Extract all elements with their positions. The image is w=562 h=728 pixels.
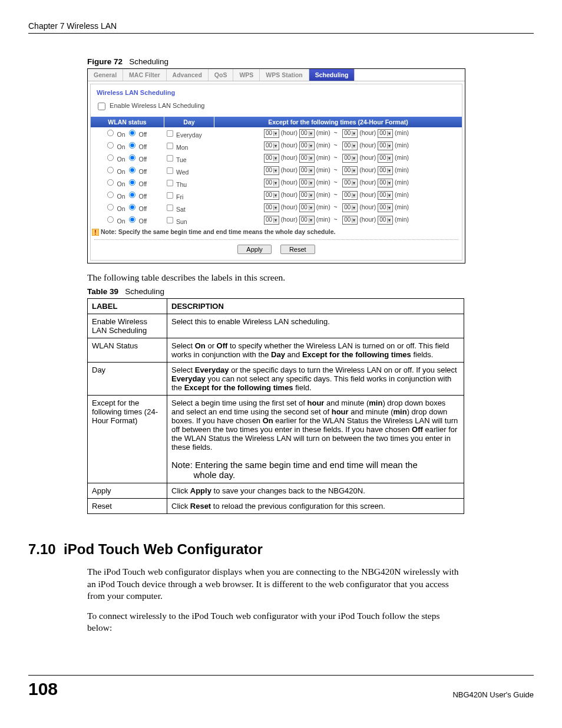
time-select[interactable]: 00 bbox=[378, 216, 393, 225]
day-checkbox[interactable] bbox=[167, 155, 173, 162]
time-select[interactable]: 00 bbox=[299, 203, 315, 212]
time-select[interactable]: 00 bbox=[264, 191, 279, 200]
day-checkbox[interactable] bbox=[167, 143, 173, 149]
tab-general[interactable]: General bbox=[88, 69, 123, 81]
description-table: LABEL DESCRIPTION Enable Wireless LAN Sc… bbox=[87, 298, 464, 514]
day-label: Mon bbox=[176, 144, 188, 151]
time-select[interactable]: 00 bbox=[264, 154, 279, 163]
time-select[interactable]: 00 bbox=[342, 216, 358, 225]
section-title: iPod Touch Web Configurator bbox=[64, 541, 263, 557]
time-select[interactable]: 00 bbox=[299, 191, 315, 200]
wlan-off-radio[interactable] bbox=[129, 216, 135, 223]
day-checkbox[interactable] bbox=[167, 192, 173, 199]
wlan-on-radio[interactable] bbox=[107, 154, 114, 161]
col-label: LABEL bbox=[88, 299, 167, 314]
time-select[interactable]: 00 bbox=[378, 179, 393, 187]
schedule-row: On OffFri00 (hour) 00 (min) ~ 00 (hour) … bbox=[91, 189, 462, 202]
time-select[interactable]: 00 bbox=[342, 191, 358, 200]
time-select[interactable]: 00 bbox=[342, 203, 358, 212]
time-select[interactable]: 00 bbox=[299, 129, 315, 138]
scheduling-screenshot: GeneralMAC FilterAdvancedQoSWPSWPS Stati… bbox=[87, 68, 465, 263]
time-select[interactable]: 00 bbox=[299, 154, 315, 163]
table-intro-text: The following table describes the labels… bbox=[87, 272, 464, 284]
day-checkbox[interactable] bbox=[167, 217, 173, 223]
time-select[interactable]: 00 bbox=[264, 203, 279, 212]
time-select[interactable]: 00 bbox=[378, 129, 393, 138]
time-select[interactable]: 00 bbox=[342, 179, 358, 187]
table-row: WLAN StatusSelect On or Off to specify w… bbox=[88, 338, 464, 363]
time-select[interactable]: 00 bbox=[342, 129, 358, 138]
col-description: DESCRIPTION bbox=[167, 299, 464, 314]
figure-caption: Figure 72 Scheduling bbox=[87, 57, 534, 66]
cell-description: Select On or Off to specify whether the … bbox=[167, 338, 464, 363]
reset-button[interactable]: Reset bbox=[280, 245, 315, 254]
time-select[interactable]: 00 bbox=[299, 141, 315, 150]
wlan-off-radio[interactable] bbox=[129, 204, 135, 210]
schedule-row: On OffSat00 (hour) 00 (min) ~ 00 (hour) … bbox=[91, 202, 462, 214]
cell-label: Enable Wireless LAN Scheduling bbox=[88, 314, 167, 338]
wlan-on-radio[interactable] bbox=[107, 192, 114, 198]
tab-advanced[interactable]: Advanced bbox=[167, 69, 209, 81]
time-select[interactable]: 00 bbox=[299, 166, 315, 175]
tab-scheduling[interactable]: Scheduling bbox=[309, 69, 355, 81]
guide-name: NBG420N User's Guide bbox=[452, 690, 534, 699]
table-row: DaySelect Everyday or the specific days … bbox=[88, 363, 464, 396]
day-label: Sun bbox=[176, 218, 187, 225]
wlan-off-radio[interactable] bbox=[129, 142, 135, 149]
cell-label: Apply bbox=[88, 483, 167, 499]
time-select[interactable]: 00 bbox=[299, 179, 315, 187]
time-select[interactable]: 00 bbox=[378, 166, 393, 175]
wlan-off-radio[interactable] bbox=[129, 167, 135, 173]
tab-mac-filter[interactable]: MAC Filter bbox=[123, 69, 167, 81]
schedule-row: On OffMon00 (hour) 00 (min) ~ 00 (hour) … bbox=[91, 140, 462, 152]
day-checkbox[interactable] bbox=[167, 167, 173, 174]
time-select[interactable]: 00 bbox=[264, 141, 279, 150]
time-select[interactable]: 00 bbox=[342, 141, 358, 150]
day-checkbox[interactable] bbox=[167, 205, 173, 211]
tab-wps-station[interactable]: WPS Station bbox=[260, 69, 309, 81]
day-label: Sat bbox=[176, 206, 186, 213]
time-select[interactable]: 00 bbox=[264, 129, 279, 138]
figure-prefix: Figure 72 bbox=[87, 57, 123, 66]
time-select[interactable]: 00 bbox=[264, 166, 279, 175]
table-row: Except for the following times (24-Hour … bbox=[88, 396, 464, 483]
wlan-on-radio[interactable] bbox=[107, 204, 114, 210]
cell-description: Select this to enable Wireless LAN sched… bbox=[167, 314, 464, 338]
enable-scheduling-checkbox[interactable] bbox=[98, 103, 105, 110]
apply-button[interactable]: Apply bbox=[237, 245, 272, 254]
page-number: 108 bbox=[28, 679, 58, 699]
time-select[interactable]: 00 bbox=[378, 203, 393, 212]
tab-wps[interactable]: WPS bbox=[233, 69, 260, 81]
time-select[interactable]: 00 bbox=[264, 216, 279, 225]
day-label: Tue bbox=[176, 156, 187, 163]
wlan-on-radio[interactable] bbox=[107, 216, 114, 223]
section-para-2: To connect wirelessly to the iPod Touch … bbox=[87, 610, 464, 634]
time-select[interactable]: 00 bbox=[299, 216, 315, 225]
cell-description: Click Apply to save your changes back to… bbox=[167, 483, 464, 499]
day-checkbox[interactable] bbox=[167, 180, 173, 186]
wlan-off-radio[interactable] bbox=[129, 154, 135, 161]
tab-qos[interactable]: QoS bbox=[209, 69, 234, 81]
wlan-on-radio[interactable] bbox=[107, 142, 114, 149]
wlan-off-radio[interactable] bbox=[129, 179, 135, 186]
cell-label: Day bbox=[88, 363, 167, 396]
wlan-off-radio[interactable] bbox=[129, 130, 135, 136]
wlan-on-radio[interactable] bbox=[107, 130, 114, 136]
schedule-row: On OffWed00 (hour) 00 (min) ~ 00 (hour) … bbox=[91, 164, 462, 177]
time-select[interactable]: 00 bbox=[264, 179, 279, 187]
time-select[interactable]: 00 bbox=[378, 154, 393, 163]
panel-section-title: Wireless LAN Scheduling bbox=[91, 84, 462, 98]
wlan-on-radio[interactable] bbox=[107, 167, 114, 173]
svg-text:!: ! bbox=[94, 229, 96, 236]
schedule-table-header: WLAN status Day Except for the following… bbox=[91, 117, 462, 127]
time-select[interactable]: 00 bbox=[342, 154, 358, 163]
header-day: Day bbox=[164, 117, 214, 127]
time-select[interactable]: 00 bbox=[378, 191, 393, 200]
wlan-on-radio[interactable] bbox=[107, 179, 114, 186]
day-checkbox[interactable] bbox=[167, 130, 173, 137]
time-select[interactable]: 00 bbox=[378, 141, 393, 150]
table-row: ApplyClick Apply to save your changes ba… bbox=[88, 483, 464, 499]
wlan-off-radio[interactable] bbox=[129, 192, 135, 198]
time-select[interactable]: 00 bbox=[342, 166, 358, 175]
day-label: Everyday bbox=[176, 131, 202, 139]
